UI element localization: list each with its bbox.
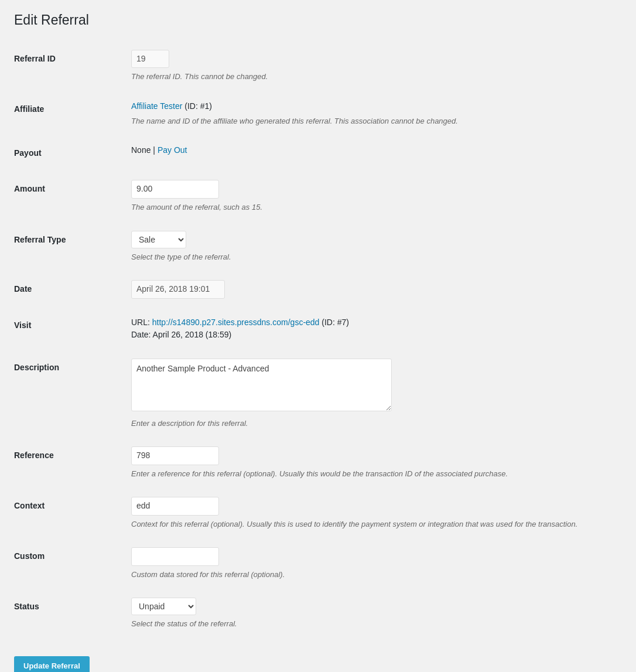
- reference-input[interactable]: [131, 446, 219, 465]
- status-label: Status: [14, 589, 131, 639]
- amount-input[interactable]: [131, 180, 219, 199]
- affiliate-id-text: (ID: #1): [182, 101, 212, 111]
- status-row: Status Unpaid Paid Rejected Pending Sele…: [14, 589, 622, 639]
- amount-description: The amount of the referral, such as 15.: [131, 202, 622, 213]
- reference-label: Reference: [14, 438, 131, 488]
- visit-url-line: URL: http://s14890.p27.sites.pressdns.co…: [131, 316, 622, 329]
- visit-id-text: (ID: #7): [322, 318, 349, 327]
- payout-row: Payout None | Pay Out: [14, 135, 622, 171]
- referral-id-row: Referral ID The referral ID. This cannot…: [14, 41, 622, 91]
- context-row: Context Context for this referral (optio…: [14, 488, 622, 538]
- description-row: Description Another Sample Product - Adv…: [14, 350, 622, 438]
- edit-referral-form: Referral ID The referral ID. This cannot…: [14, 41, 622, 639]
- reference-row: Reference Enter a reference for this ref…: [14, 438, 622, 488]
- payout-separator: |: [153, 145, 158, 155]
- referral-type-label: Referral Type: [14, 222, 131, 272]
- amount-row: Amount The amount of the referral, such …: [14, 171, 622, 221]
- affiliate-info: Affiliate Tester (ID: #1): [131, 101, 212, 111]
- reference-description: Enter a reference for this referral (opt…: [131, 468, 622, 480]
- context-description: Context for this referral (optional). Us…: [131, 519, 622, 530]
- status-select[interactable]: Unpaid Paid Rejected Pending: [131, 598, 196, 615]
- visit-date-line: Date: April 26, 2018 (18:59): [131, 329, 622, 341]
- affiliate-row: Affiliate Affiliate Tester (ID: #1) The …: [14, 91, 622, 136]
- visit-label: Visit: [14, 308, 131, 350]
- referral-type-select[interactable]: Sale Opt-in Lead: [131, 231, 186, 248]
- referral-id-label: Referral ID: [14, 41, 131, 91]
- referral-type-row: Referral Type Sale Opt-in Lead Select th…: [14, 222, 622, 272]
- referral-id-description: The referral ID. This cannot be changed.: [131, 71, 622, 83]
- description-label: Description: [14, 350, 131, 438]
- referral-type-description: Select the type of the referral.: [131, 251, 622, 263]
- referral-id-input: [131, 50, 169, 69]
- custom-row: Custom Custom data stored for this refer…: [14, 538, 622, 589]
- payout-label: Payout: [14, 135, 131, 171]
- date-row: Date: [14, 271, 622, 308]
- affiliate-description: The name and ID of the affiliate who gen…: [131, 115, 622, 127]
- payout-none-text: None: [131, 145, 151, 155]
- visit-url-link[interactable]: http://s14890.p27.sites.pressdns.com/gsc…: [152, 318, 320, 327]
- page-title: Edit Referral: [14, 12, 622, 29]
- description-textarea[interactable]: Another Sample Product - Advanced: [131, 359, 392, 411]
- description-help: Enter a description for this referral.: [131, 418, 622, 429]
- affiliate-link[interactable]: Affiliate Tester: [131, 101, 182, 111]
- affiliate-label: Affiliate: [14, 91, 131, 136]
- update-referral-button[interactable]: Update Referral: [14, 656, 90, 672]
- amount-label: Amount: [14, 171, 131, 221]
- visit-row: Visit URL: http://s14890.p27.sites.press…: [14, 308, 622, 350]
- custom-input[interactable]: [131, 547, 219, 566]
- status-description: Select the status of the referral.: [131, 618, 622, 630]
- date-input: [131, 280, 225, 299]
- context-input[interactable]: [131, 497, 219, 516]
- custom-description: Custom data stored for this referral (op…: [131, 569, 622, 581]
- date-label: Date: [14, 271, 131, 308]
- visit-url-label: URL:: [131, 318, 150, 327]
- form-submit-area: Update Referral: [14, 650, 622, 672]
- custom-label: Custom: [14, 538, 131, 589]
- context-label: Context: [14, 488, 131, 538]
- pay-out-link[interactable]: Pay Out: [158, 145, 187, 155]
